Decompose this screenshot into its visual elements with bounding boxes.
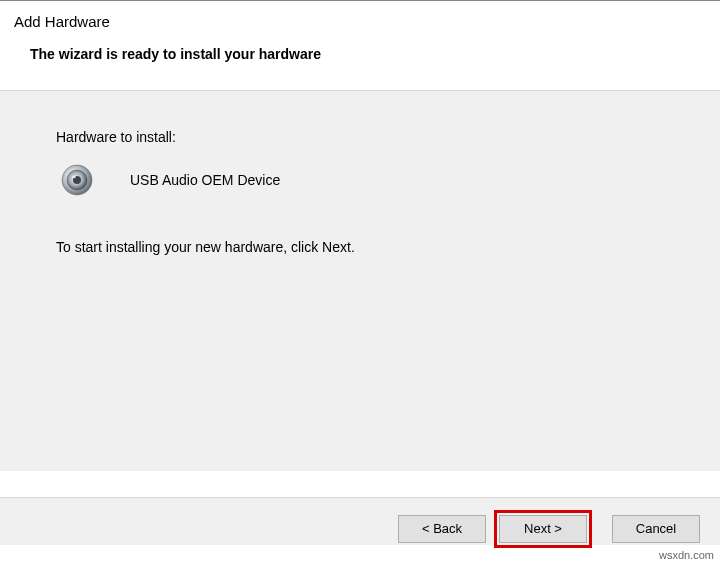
svg-point-3 [72,176,76,179]
device-row: USB Audio OEM Device [56,163,720,197]
hardware-install-label: Hardware to install: [56,129,720,145]
device-name: USB Audio OEM Device [130,172,280,188]
cancel-button[interactable]: Cancel [612,515,700,543]
wizard-header: Add Hardware The wizard is ready to inst… [0,1,720,90]
back-button[interactable]: < Back [398,515,486,543]
window-title: Add Hardware [0,11,720,46]
speaker-icon [60,163,94,197]
next-button[interactable]: Next > [499,515,587,543]
instruction-text: To start installing your new hardware, c… [56,239,720,255]
wizard-footer: < Back Next > Cancel [0,497,720,545]
watermark: wsxdn.com [659,549,714,561]
wizard-content: Hardware to install: [0,91,720,471]
next-button-highlight: Next > [494,510,592,548]
wizard-subtitle: The wizard is ready to install your hard… [0,46,720,62]
